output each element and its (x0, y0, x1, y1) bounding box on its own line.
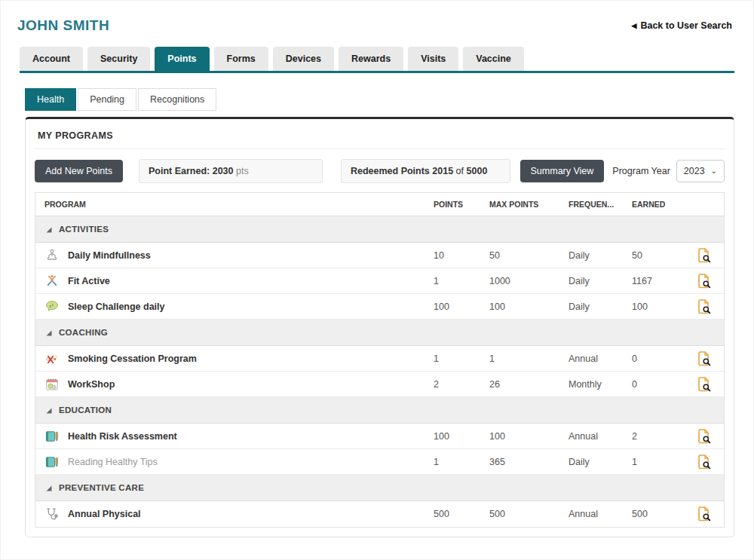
collapse-triangle-icon (46, 326, 52, 339)
program-row-daily-mindfullness: Daily Mindfullness1050Daily50 (35, 243, 724, 268)
earned-cell: 2 (632, 431, 685, 442)
toolbar: Add New Points Point Earned: 2030 pts Re… (35, 159, 725, 183)
earned-cell: 1167 (632, 276, 685, 286)
tab-devices[interactable]: Devices (273, 47, 334, 71)
column-header-max-points[interactable]: MAX POINTS (489, 193, 569, 216)
frequency-cell: Annual (569, 509, 632, 519)
program-name: Health Risk Assessment (68, 431, 177, 442)
group-row-education[interactable]: EDUCATION (35, 397, 724, 424)
max-points-cell: 365 (489, 457, 569, 467)
frequency-cell: Daily (569, 301, 632, 312)
earned-cell: 0 (632, 353, 685, 364)
tab-account[interactable]: Account (20, 47, 83, 71)
group-name: EDUCATION (59, 405, 112, 415)
program-row-fit-active: Fit Active11000Daily1167 (35, 268, 724, 294)
points-cell: 100 (434, 301, 489, 312)
max-points-cell: 100 (489, 431, 569, 442)
tab-rewards[interactable]: Rewards (339, 47, 403, 71)
column-header-earned[interactable]: EARNED (632, 193, 685, 216)
earned-cell: 0 (632, 379, 685, 390)
tab-points[interactable]: Points (155, 47, 209, 71)
program-row-annual-physical: Annual Physical500500Annual500 (35, 501, 724, 527)
doc-search-icon[interactable] (695, 298, 713, 315)
sub-tabs: HealthPendingRecognitions (25, 88, 753, 111)
summary-view-button[interactable]: Summary View (520, 160, 605, 182)
earned-cell: 1 (632, 457, 685, 467)
max-points-cell: 26 (489, 379, 569, 390)
subtab-recognitions[interactable]: Recognitions (138, 88, 216, 111)
program-name: Sleep Challenge daily (68, 301, 165, 312)
table-header-row: PROGRAMPOINTSMAX POINTSFREQUEN...EARNED (35, 193, 724, 216)
max-points-cell: 500 (489, 509, 569, 519)
points-cell: 1 (434, 353, 489, 364)
points-cell: 2 (434, 379, 489, 390)
group-row-activities[interactable]: ACTIVITIES (35, 216, 724, 243)
points-earned-label: Point Earned: (149, 166, 210, 176)
redeemed-value: 2015 (432, 166, 453, 176)
add-new-points-button[interactable]: Add New Points (35, 160, 123, 182)
doc-search-icon[interactable] (695, 376, 713, 393)
group-row-preventive-care[interactable]: PREVENTIVE CARE (35, 475, 724, 501)
subtab-pending[interactable]: Pending (78, 88, 136, 111)
program-name: Fit Active (68, 276, 110, 286)
program-name-cell: WorkShop (35, 377, 434, 392)
program-name-cell: zzSleep Challenge daily (35, 299, 434, 314)
program-year-label: Program Year (612, 166, 670, 176)
program-name: WorkShop (68, 379, 115, 390)
doc-search-icon[interactable] (695, 428, 713, 445)
actions-cell (685, 247, 724, 264)
program-name-cell: Smoking Cessation Program (35, 351, 434, 366)
column-header-points[interactable]: POINTS (434, 193, 489, 216)
back-to-user-search-link[interactable]: ◀ Back to User Search (631, 20, 732, 31)
program-name-cell: Fit Active (35, 274, 434, 289)
column-header-frequen[interactable]: FREQUEN... (569, 193, 632, 216)
program-name: Smoking Cessation Program (68, 353, 197, 364)
page-title: JOHN SMITH (17, 17, 109, 34)
frequency-cell: Annual (569, 431, 632, 442)
column-header-program[interactable]: PROGRAM (35, 193, 434, 216)
earned-cell: 500 (632, 509, 685, 519)
group-row-coaching[interactable]: COACHING (35, 320, 724, 346)
frequency-cell: Monthly (569, 379, 632, 390)
points-earned-value: 2030 (213, 166, 234, 176)
doc-search-icon[interactable] (695, 247, 713, 264)
svg-text:z: z (49, 303, 51, 308)
tab-vaccine[interactable]: Vaccine (463, 47, 524, 71)
stethoscope-icon (44, 506, 60, 522)
back-arrow-icon: ◀ (631, 23, 636, 29)
doc-search-icon[interactable] (695, 273, 713, 289)
doc-search-icon[interactable] (695, 350, 713, 367)
frequency-cell: Daily (569, 250, 632, 261)
program-row-health-risk-assessment: Health Risk Assessment100100Annual2 (35, 424, 724, 449)
collapse-triangle-icon (46, 481, 52, 494)
calendar-icon (44, 377, 60, 392)
doc-search-icon[interactable] (695, 454, 713, 470)
tab-security[interactable]: Security (87, 47, 150, 71)
tab-visits[interactable]: Visits (408, 47, 458, 71)
panel-title: MY PROGRAMS (35, 129, 725, 149)
doc-search-icon[interactable] (695, 506, 713, 522)
program-row-sleep-challenge-daily: zzSleep Challenge daily100100Daily100 (35, 294, 724, 320)
actions-cell (685, 506, 724, 522)
points-cell: 1 (434, 457, 489, 467)
my-programs-panel: MY PROGRAMS Add New Points Point Earned:… (25, 117, 734, 537)
redeemed-of: of (456, 166, 464, 176)
tab-forms[interactable]: Forms (214, 47, 268, 71)
programs-table: PROGRAMPOINTSMAX POINTSFREQUEN...EARNED … (35, 192, 725, 528)
main-tabs: AccountSecurityPointsFormsDevicesRewards… (20, 47, 734, 73)
program-name: Daily Mindfullness (68, 250, 151, 261)
page: JOHN SMITH ◀ Back to User Search Account… (0, 0, 754, 560)
no-smoking-icon (44, 351, 60, 366)
program-year-select[interactable]: 2023 ⌄ (676, 160, 725, 182)
actions-cell (685, 454, 724, 470)
sleep-icon: zz (44, 299, 60, 314)
book-icon (44, 454, 60, 470)
program-year-value: 2023 (684, 166, 705, 176)
actions-cell (685, 376, 724, 393)
program-name: Reading Healthy Tips (68, 457, 158, 467)
redeemed-points-box: Redeemed Points 2015 of 5000 (341, 159, 510, 183)
subtab-health[interactable]: Health (25, 88, 76, 111)
collapse-triangle-icon (46, 222, 52, 236)
points-cell: 10 (434, 250, 489, 261)
actions-cell (685, 298, 724, 315)
